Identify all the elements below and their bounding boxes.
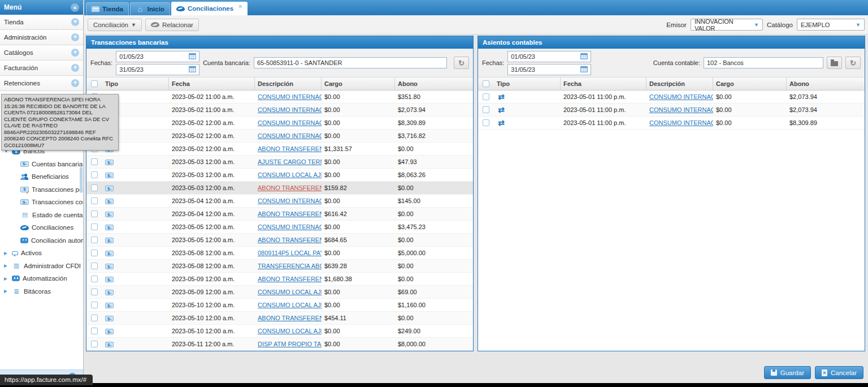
expand-plus-icon[interactable]: + bbox=[71, 18, 79, 26]
row-checkbox[interactable] bbox=[483, 119, 489, 126]
description-link[interactable]: 0809114P5 LOCAL PAY... bbox=[258, 250, 322, 256]
table-row[interactable]: 2023-05-10 12:00 a.m.CONSUMO LOCAL AJE..… bbox=[86, 299, 473, 312]
description-link[interactable]: CONSUMO INTERNACI... bbox=[258, 106, 322, 113]
table-row[interactable]: 2023-05-11 12:00 a.m.DISP ATM PROPIO TAR… bbox=[86, 338, 473, 351]
expand-arrow-icon[interactable]: ▶ bbox=[4, 289, 9, 294]
sidebar-item[interactable]: Estado de cuenta bbox=[0, 209, 83, 222]
table-row[interactable]: 2023-05-02 11:00 a.m.CONSUMO INTERNACI..… bbox=[86, 91, 473, 104]
sidebar-section[interactable]: Facturación+ bbox=[0, 61, 83, 76]
description-link[interactable]: CONSUMO INTERNACI... bbox=[649, 93, 713, 100]
sidebar-section[interactable]: Tienda+ bbox=[0, 15, 83, 30]
date-from-input[interactable]: 01/05/23 bbox=[116, 51, 199, 62]
table-row[interactable]: 2023-05-10 12:00 a.m.ABONO TRANSFEREN...… bbox=[86, 312, 473, 325]
table-row[interactable]: 2023-05-01 11:00 p.m.CONSUMO INTERNACI..… bbox=[478, 104, 865, 117]
date-from-input[interactable]: 01/05/23 bbox=[507, 51, 591, 62]
table-row[interactable]: 2023-05-08 12:00 a.m.TRANSFERENCIA ABO..… bbox=[86, 260, 473, 273]
collapse-sidebar-icon[interactable]: « bbox=[71, 3, 79, 12]
table-row[interactable]: 2023-05-02 12:00 a.m.CONSUMO INTERNACI..… bbox=[86, 117, 473, 130]
table-row[interactable]: 2023-05-03 12:00 a.m.AJUSTE CARGO TERMI.… bbox=[86, 156, 473, 169]
cuenta-bancaria-input[interactable]: 65-50853911-0 - SANTANDER bbox=[254, 57, 447, 68]
description-link[interactable]: AJUSTE CARGO TERMI... bbox=[258, 158, 322, 165]
description-link[interactable]: CONSUMO LOCAL AJE... bbox=[258, 289, 322, 295]
description-link[interactable]: CONSUMO LOCAL AJE... bbox=[258, 328, 322, 334]
description-link[interactable]: DISP ATM PROPIO TAR... bbox=[258, 341, 322, 347]
expand-arrow-icon[interactable]: ▶ bbox=[4, 251, 9, 256]
expand-arrow-icon[interactable]: ▶ bbox=[4, 276, 9, 281]
description-link[interactable]: CONSUMO LOCAL AJE... bbox=[258, 302, 322, 308]
table-row[interactable]: 2023-05-08 12:00 a.m.0809114P5 LOCAL PAY… bbox=[86, 247, 473, 260]
row-checkbox[interactable] bbox=[91, 302, 98, 308]
row-checkbox[interactable] bbox=[91, 223, 98, 230]
refresh-journal-button[interactable] bbox=[845, 57, 861, 69]
description-link[interactable]: CONSUMO INTERNACI... bbox=[258, 132, 322, 139]
relacionar-button[interactable]: Relacionar bbox=[145, 19, 199, 31]
sidebar-scrollbar[interactable] bbox=[80, 167, 83, 193]
table-row[interactable]: 2023-05-01 11:00 p.m.CONSUMO INTERNACI..… bbox=[478, 91, 865, 104]
table-row[interactable]: 2023-05-04 12:00 a.m.ABONO TRANSFEREN...… bbox=[86, 208, 473, 221]
sidebar-item[interactable]: Conciliación automá bbox=[0, 234, 83, 247]
row-checkbox[interactable] bbox=[91, 158, 98, 165]
tab-tienda[interactable]: Tienda bbox=[86, 2, 129, 15]
sidebar-item[interactable]: Conciliaciones bbox=[0, 221, 83, 234]
description-link[interactable]: CONSUMO INTERNACI... bbox=[258, 223, 322, 230]
expand-plus-icon[interactable]: + bbox=[71, 49, 79, 57]
description-link[interactable]: CONSUMO INTERNACI... bbox=[258, 93, 322, 100]
sidebar-item[interactable]: Cuentas bancarias bbox=[0, 158, 83, 171]
table-row[interactable]: 2023-05-09 12:00 a.m.CONSUMO LOCAL AJE..… bbox=[86, 286, 473, 299]
description-link[interactable]: ABONO TRANSFEREN... bbox=[258, 184, 322, 191]
calendar-icon[interactable] bbox=[189, 66, 196, 72]
sidebar-item[interactable]: Transacciones conc bbox=[0, 196, 83, 209]
row-checkbox[interactable] bbox=[91, 315, 98, 321]
browse-account-button[interactable] bbox=[827, 57, 842, 69]
sidebar-item[interactable]: ▶Bitácoras bbox=[0, 285, 83, 298]
expand-arrow-icon[interactable]: ▶ bbox=[4, 263, 9, 268]
row-checkbox[interactable] bbox=[91, 210, 98, 217]
row-checkbox[interactable] bbox=[91, 250, 98, 256]
description-link[interactable]: ABONO TRANSFEREN... bbox=[258, 145, 322, 152]
sidebar-section[interactable]: Catálogos+ bbox=[0, 45, 83, 61]
refresh-bank-button[interactable] bbox=[454, 57, 469, 69]
sidebar-item[interactable]: ▶Activos bbox=[0, 247, 83, 260]
save-button[interactable]: Guardar bbox=[764, 366, 811, 379]
expand-plus-icon[interactable]: + bbox=[71, 64, 79, 72]
sidebar-item[interactable]: ▶Administrador CFDI bbox=[0, 260, 83, 273]
row-checkbox[interactable] bbox=[91, 341, 98, 347]
description-link[interactable]: CONSUMO LOCAL AJE... bbox=[258, 171, 322, 178]
select-all-checkbox[interactable] bbox=[483, 80, 489, 87]
select-all-checkbox[interactable] bbox=[91, 80, 98, 87]
calendar-icon[interactable] bbox=[580, 53, 588, 59]
description-link[interactable]: CONSUMO INTERNACI... bbox=[649, 119, 713, 126]
table-row[interactable]: 2023-05-10 12:00 a.m.CONSUMO LOCAL AJE..… bbox=[86, 325, 473, 338]
close-tab-icon[interactable]: × bbox=[238, 3, 242, 10]
row-checkbox[interactable] bbox=[91, 328, 98, 334]
table-row[interactable]: 2023-05-01 11:00 p.m.CONSUMO INTERNACI..… bbox=[478, 117, 865, 130]
row-checkbox[interactable] bbox=[91, 263, 98, 269]
table-row[interactable]: 2023-05-04 12:00 a.m.CONSUMO INTERNACI..… bbox=[86, 195, 473, 208]
table-row[interactable]: 2023-05-09 12:00 a.m.ABONO TRANSFEREN...… bbox=[86, 273, 473, 286]
calendar-icon[interactable] bbox=[189, 53, 196, 59]
table-row[interactable]: 2023-05-02 11:00 a.m.CONSUMO INTERNACI..… bbox=[86, 104, 473, 117]
catalogo-select[interactable]: EJEMPLO ▼ bbox=[797, 19, 865, 31]
sidebar-section[interactable]: Administración+ bbox=[0, 30, 83, 45]
emisor-select[interactable]: INNOVACION VALOR ▼ bbox=[691, 19, 763, 31]
row-checkbox[interactable] bbox=[91, 171, 98, 178]
table-row[interactable]: 2023-05-05 12:00 a.m.ABONO TRANSFEREN...… bbox=[86, 234, 473, 247]
date-to-input[interactable]: 31/05/23 bbox=[507, 64, 591, 75]
description-link[interactable]: ABONO TRANSFEREN... bbox=[258, 276, 322, 282]
row-checkbox[interactable] bbox=[91, 197, 98, 204]
conciliacion-menu-button[interactable]: Conciliación ▼ bbox=[88, 19, 142, 31]
table-row[interactable]: 2023-05-02 12:00 a.m.ABONO TRANSFEREN...… bbox=[86, 143, 473, 156]
description-link[interactable]: ABONO TRANSFEREN... bbox=[258, 315, 322, 321]
description-link[interactable]: CONSUMO INTERNACI... bbox=[649, 106, 713, 113]
tab-inicio[interactable]: Inicio bbox=[130, 2, 170, 15]
table-row[interactable]: 2023-05-05 12:00 a.m.CONSUMO INTERNACI..… bbox=[86, 221, 473, 234]
expand-plus-icon[interactable]: + bbox=[71, 33, 79, 41]
table-row[interactable]: 2023-05-03 12:00 a.m.CONSUMO LOCAL AJE..… bbox=[86, 169, 473, 182]
row-checkbox[interactable] bbox=[91, 184, 98, 191]
tab-conciliaciones[interactable]: Conciliaciones × bbox=[171, 2, 248, 15]
sidebar-item[interactable]: Beneficiarios bbox=[0, 170, 83, 183]
description-link[interactable]: TRANSFERENCIA ABO... bbox=[258, 263, 322, 269]
date-to-input[interactable]: 31/05/23 bbox=[116, 64, 199, 75]
sidebar-section[interactable]: Retenciones+ bbox=[0, 76, 83, 91]
expand-plus-icon[interactable]: + bbox=[71, 79, 79, 87]
